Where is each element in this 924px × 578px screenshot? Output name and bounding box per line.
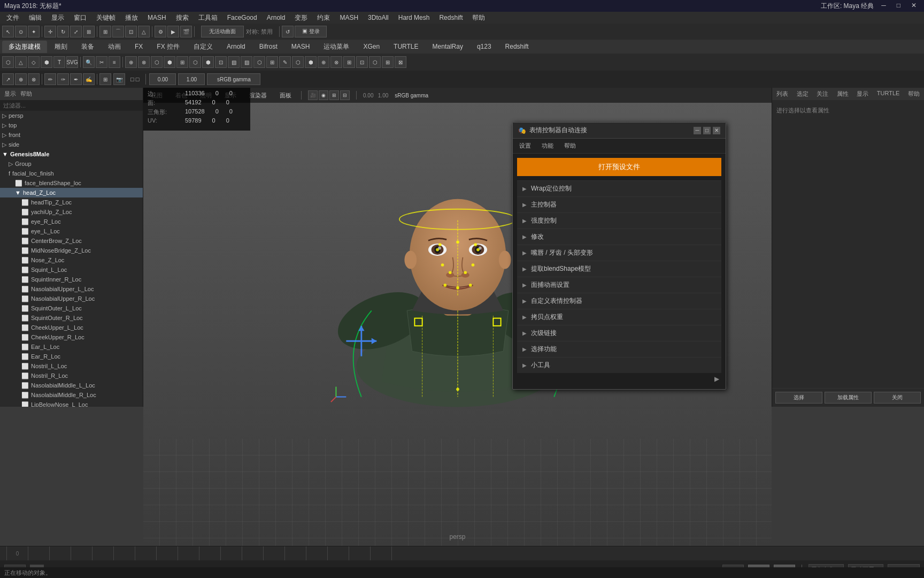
- outliner-item-lipbelow-l[interactable]: ⬜ LipBelowNose_L_Loc: [0, 400, 143, 407]
- outliner-item-squintouter-l[interactable]: ⬜ SquintOuter_L_Loc: [0, 303, 143, 313]
- outliner-item-midnose[interactable]: ⬜ MidNoseBridge_Z_Loc: [0, 246, 143, 255]
- menu-help[interactable]: 帮助: [468, 12, 489, 24]
- shelf-btn14[interactable]: ⊞: [176, 56, 188, 68]
- snap-surface-btn[interactable]: △: [138, 26, 150, 37]
- fg-section-copy-header[interactable]: ▶ 拷贝点权重: [517, 309, 721, 325]
- fg-section-strength-header[interactable]: ▶ 强度控制: [517, 213, 721, 229]
- tab-redshift[interactable]: Redshift: [499, 41, 535, 52]
- outliner-item-centerbrow[interactable]: ⬜ CenterBrow_Z_Loc: [0, 236, 143, 246]
- shelf-btn6[interactable]: SVG: [66, 56, 78, 68]
- outliner-item-nasomid-r[interactable]: ⬜ NasolabialMiddle_R_Loc: [0, 390, 143, 400]
- menu-edit[interactable]: 编辑: [25, 12, 46, 24]
- shelf-btn16[interactable]: ⬢: [202, 56, 214, 68]
- shelf-btn18[interactable]: ▧: [228, 56, 240, 68]
- shelf-btn4[interactable]: ⬢: [41, 56, 52, 68]
- fg-menu-help[interactable]: 帮助: [562, 141, 578, 151]
- fg-section-modify-header[interactable]: ▶ 修改: [517, 229, 721, 245]
- tab-rig[interactable]: 装备: [75, 41, 101, 53]
- shelf-btn15[interactable]: ⬡: [189, 56, 201, 68]
- menu-window[interactable]: 窗口: [70, 12, 91, 24]
- fg-section-select-header[interactable]: ▶ 选择功能: [517, 341, 721, 357]
- shelf-btn22[interactable]: ✎: [279, 56, 291, 68]
- shelf-btn1[interactable]: ⬡: [2, 56, 14, 68]
- snap-curve-btn[interactable]: ⌒: [112, 26, 124, 37]
- shelf-btn7[interactable]: 🔍: [83, 56, 95, 68]
- outliner-item-front[interactable]: ▷ front: [0, 130, 143, 140]
- shelf-btn10[interactable]: ⊕: [125, 56, 137, 68]
- attr-menu-turtle[interactable]: TURTLE: [877, 90, 900, 98]
- outliner-item-group[interactable]: ▷ Group: [0, 159, 143, 169]
- fg-section-wrap-header[interactable]: ▶ Wrap定位控制: [517, 181, 721, 196]
- vp-panel-menu[interactable]: 面板: [276, 90, 295, 101]
- attr-menu-display[interactable]: 显示: [857, 90, 868, 98]
- tab-q123[interactable]: q123: [471, 41, 498, 52]
- outliner-item-genesis[interactable]: ▼ Genesis8Male: [0, 149, 143, 159]
- fg-section-mouth-header[interactable]: ▶ 嘴唇 / 牙齿 / 头部变形: [517, 245, 721, 261]
- shelf-btn27[interactable]: ⊞: [343, 56, 355, 68]
- menu-mash2[interactable]: MASH: [335, 13, 363, 22]
- render-settings-btn[interactable]: ⚙: [155, 26, 166, 37]
- minimize-btn[interactable]: ─: [878, 2, 889, 11]
- menu-arnold[interactable]: Arnold: [263, 13, 290, 22]
- shelf-btn13[interactable]: ⬢: [164, 56, 175, 68]
- snap-point-btn[interactable]: ⊡: [125, 26, 137, 37]
- facegood-restore-btn[interactable]: □: [703, 127, 711, 134]
- shelf-btn9[interactable]: ≡: [109, 56, 120, 68]
- shelf-btn23[interactable]: ⬡: [292, 56, 304, 68]
- close-btn[interactable]: ✕: [908, 2, 920, 11]
- outliner-item-nasoupper-l[interactable]: ⬜ NasolabialUpper_L_Loc: [0, 284, 143, 294]
- attr-close-btn[interactable]: 关闭: [874, 392, 921, 404]
- gamma-field[interactable]: 1.00: [178, 73, 205, 85]
- tool-btn7[interactable]: ✍: [83, 73, 95, 85]
- facegood-minimize-btn[interactable]: ─: [694, 127, 701, 134]
- menu-redshift[interactable]: Redshift: [435, 13, 467, 22]
- outliner-menu-display[interactable]: 显示: [4, 90, 16, 98]
- outliner-item-cheekupper-r[interactable]: ⬜ CheekUpper_R_Loc: [0, 332, 143, 342]
- tool-btn4[interactable]: ✏: [44, 73, 56, 85]
- tool-btn1[interactable]: ↗: [2, 73, 14, 85]
- fg-menu-settings[interactable]: 设置: [517, 141, 533, 151]
- outliner-item-earl[interactable]: ⬜ Ear_L_Loc: [0, 342, 143, 352]
- tab-fx[interactable]: FX: [128, 41, 149, 52]
- tab-xgen[interactable]: XGen: [357, 41, 386, 52]
- tab-sculpt[interactable]: 雕刻: [48, 41, 74, 53]
- outliner-item-earr[interactable]: ⬜ Ear_R_Loc: [0, 352, 143, 361]
- shelf-btn21[interactable]: ⊞: [266, 56, 278, 68]
- symmetry-btn[interactable]: 无活动曲面: [201, 26, 244, 37]
- outliner-menu-help[interactable]: 帮助: [20, 90, 32, 98]
- menu-facegood[interactable]: FaceGood: [223, 13, 261, 22]
- tab-fx-ctrl[interactable]: FX 控件: [150, 41, 186, 53]
- color-field[interactable]: 0.00: [149, 73, 176, 85]
- rotate-tool-btn[interactable]: ↻: [57, 26, 69, 37]
- tab-mentalray[interactable]: MentalRay: [426, 41, 469, 52]
- shelf-btn8[interactable]: ✂: [96, 56, 107, 68]
- fg-expand-btn[interactable]: ▶: [714, 375, 719, 383]
- menu-display[interactable]: 显示: [47, 12, 68, 24]
- outliner-item-nostril-l[interactable]: ⬜ Nostril_L_Loc: [0, 361, 143, 371]
- outliner-item-yachi[interactable]: ⬜ yachiUp_Z_Loc: [0, 207, 143, 217]
- menu-playback[interactable]: 播放: [121, 12, 142, 24]
- outliner-item-nostril-r[interactable]: ⬜ Nostril_R_Loc: [0, 371, 143, 381]
- attr-menu-help[interactable]: 帮助: [908, 90, 920, 98]
- attr-menu-list[interactable]: 列表: [776, 90, 788, 98]
- tab-turtle[interactable]: TURTLE: [387, 41, 425, 52]
- shelf-btn12[interactable]: ⬡: [151, 56, 163, 68]
- outliner-item-headtip[interactable]: ⬜ headTip_Z_Loc: [0, 197, 143, 207]
- tool-btn5[interactable]: ✑: [57, 73, 69, 85]
- outliner-item-cheekupper-l[interactable]: ⬜ CheekUpper_L_Loc: [0, 323, 143, 332]
- vp-cam-btn[interactable]: 🎥: [308, 90, 318, 100]
- ipr-render-btn[interactable]: ▶: [167, 26, 179, 37]
- tab-arnold[interactable]: Arnold: [220, 41, 252, 52]
- menu-keyframe[interactable]: 关键帧: [92, 12, 120, 24]
- outliner-item-facebshape[interactable]: ⬜ face_blendShape_loc: [0, 178, 143, 188]
- shelf-btn24[interactable]: ⬢: [305, 56, 317, 68]
- shelf-btn2[interactable]: △: [15, 56, 27, 68]
- shelf-btn29[interactable]: ⬡: [369, 56, 381, 68]
- scale-tool-btn[interactable]: ⤢: [70, 26, 82, 37]
- fg-section-blend-header[interactable]: ▶ 提取blendShape模型: [517, 261, 721, 277]
- move-tool-btn[interactable]: ✛: [44, 26, 56, 37]
- outliner-item-facial[interactable]: f facial_loc_finish: [0, 169, 143, 178]
- shelf-btn26[interactable]: ⊗: [330, 56, 342, 68]
- shelf-btn5[interactable]: T: [53, 56, 65, 68]
- attr-menu-focus[interactable]: 关注: [817, 90, 828, 98]
